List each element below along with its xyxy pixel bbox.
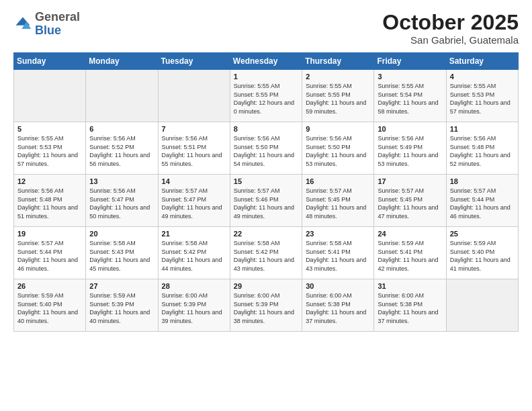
day-info: Sunrise: 5:56 AMSunset: 5:50 PMDaylight:… bbox=[234, 135, 294, 167]
day-number: 4 bbox=[450, 73, 515, 81]
day-number: 7 bbox=[162, 125, 226, 133]
day-number: 25 bbox=[450, 230, 515, 238]
title-block: October 2025 San Gabriel, Guatemala bbox=[382, 11, 519, 46]
table-row: 1 Sunrise: 5:55 AMSunset: 5:55 PMDayligh… bbox=[230, 70, 302, 122]
day-info: Sunrise: 6:00 AMSunset: 5:38 PMDaylight:… bbox=[378, 292, 438, 324]
table-row: 9 Sunrise: 5:56 AMSunset: 5:50 PMDayligh… bbox=[302, 122, 374, 175]
table-row: 20 Sunrise: 5:58 AMSunset: 5:43 PMDaylig… bbox=[86, 227, 158, 279]
day-number: 16 bbox=[306, 177, 370, 185]
logo-general: General bbox=[35, 10, 80, 24]
table-row: 29 Sunrise: 6:00 AMSunset: 5:39 PMDaylig… bbox=[230, 279, 302, 332]
day-info: Sunrise: 5:55 AMSunset: 5:53 PMDaylight:… bbox=[17, 135, 78, 167]
day-number: 21 bbox=[162, 230, 226, 238]
table-row: 2 Sunrise: 5:55 AMSunset: 5:55 PMDayligh… bbox=[302, 70, 374, 122]
day-number: 20 bbox=[89, 230, 154, 238]
day-info: Sunrise: 5:56 AMSunset: 5:49 PMDaylight:… bbox=[378, 135, 438, 167]
day-info: Sunrise: 5:58 AMSunset: 5:42 PMDaylight:… bbox=[162, 240, 222, 272]
logo-icon bbox=[13, 15, 32, 34]
day-number: 29 bbox=[234, 282, 298, 290]
day-info: Sunrise: 5:56 AMSunset: 5:52 PMDaylight:… bbox=[89, 135, 150, 167]
day-info: Sunrise: 5:57 AMSunset: 5:44 PMDaylight:… bbox=[17, 240, 78, 272]
day-number: 24 bbox=[378, 230, 442, 238]
table-row bbox=[446, 279, 518, 332]
day-info: Sunrise: 5:59 AMSunset: 5:41 PMDaylight:… bbox=[378, 240, 438, 272]
col-sunday: Sunday bbox=[14, 53, 86, 70]
calendar-week-2: 5 Sunrise: 5:55 AMSunset: 5:53 PMDayligh… bbox=[14, 122, 519, 175]
header: General Blue October 2025 San Gabriel, G… bbox=[13, 11, 519, 46]
day-number: 19 bbox=[17, 230, 82, 238]
col-wednesday: Wednesday bbox=[230, 53, 302, 70]
day-info: Sunrise: 5:59 AMSunset: 5:39 PMDaylight:… bbox=[89, 292, 150, 324]
table-row: 14 Sunrise: 5:57 AMSunset: 5:47 PMDaylig… bbox=[158, 175, 230, 227]
day-number: 13 bbox=[89, 177, 154, 185]
day-number: 10 bbox=[378, 125, 442, 133]
logo-blue: Blue bbox=[35, 24, 61, 37]
logo: General Blue bbox=[13, 11, 80, 38]
table-row bbox=[158, 70, 230, 122]
day-number: 11 bbox=[450, 125, 515, 133]
day-number: 14 bbox=[162, 177, 226, 185]
month-title: October 2025 bbox=[382, 11, 519, 34]
col-monday: Monday bbox=[86, 53, 158, 70]
day-number: 15 bbox=[234, 177, 298, 185]
day-number: 2 bbox=[306, 73, 370, 81]
day-number: 27 bbox=[89, 282, 154, 290]
day-info: Sunrise: 5:59 AMSunset: 5:40 PMDaylight:… bbox=[450, 240, 511, 272]
day-number: 8 bbox=[234, 125, 298, 133]
table-row: 30 Sunrise: 6:00 AMSunset: 5:38 PMDaylig… bbox=[302, 279, 374, 332]
day-number: 6 bbox=[89, 125, 154, 133]
table-row: 26 Sunrise: 5:59 AMSunset: 5:40 PMDaylig… bbox=[14, 279, 86, 332]
day-info: Sunrise: 5:57 AMSunset: 5:46 PMDaylight:… bbox=[234, 187, 294, 220]
logo-text: General Blue bbox=[35, 11, 80, 38]
table-row: 12 Sunrise: 5:56 AMSunset: 5:48 PMDaylig… bbox=[14, 175, 86, 227]
calendar-table: Sunday Monday Tuesday Wednesday Thursday… bbox=[13, 52, 519, 332]
day-info: Sunrise: 5:56 AMSunset: 5:47 PMDaylight:… bbox=[89, 187, 150, 220]
table-row: 23 Sunrise: 5:58 AMSunset: 5:41 PMDaylig… bbox=[302, 227, 374, 279]
table-row: 31 Sunrise: 6:00 AMSunset: 5:38 PMDaylig… bbox=[374, 279, 446, 332]
calendar-week-1: 1 Sunrise: 5:55 AMSunset: 5:55 PMDayligh… bbox=[14, 70, 519, 122]
table-row bbox=[14, 70, 86, 122]
day-number: 23 bbox=[306, 230, 370, 238]
day-number: 28 bbox=[162, 282, 226, 290]
col-saturday: Saturday bbox=[446, 53, 518, 70]
table-row: 3 Sunrise: 5:55 AMSunset: 5:54 PMDayligh… bbox=[374, 70, 446, 122]
day-info: Sunrise: 6:00 AMSunset: 5:39 PMDaylight:… bbox=[234, 292, 294, 324]
header-row: Sunday Monday Tuesday Wednesday Thursday… bbox=[14, 53, 519, 70]
table-row: 11 Sunrise: 5:56 AMSunset: 5:48 PMDaylig… bbox=[446, 122, 518, 175]
table-row: 10 Sunrise: 5:56 AMSunset: 5:49 PMDaylig… bbox=[374, 122, 446, 175]
day-number: 3 bbox=[378, 73, 442, 81]
table-row: 13 Sunrise: 5:56 AMSunset: 5:47 PMDaylig… bbox=[86, 175, 158, 227]
day-info: Sunrise: 5:57 AMSunset: 5:44 PMDaylight:… bbox=[450, 187, 511, 220]
location: San Gabriel, Guatemala bbox=[382, 34, 519, 46]
table-row bbox=[86, 70, 158, 122]
table-row: 21 Sunrise: 5:58 AMSunset: 5:42 PMDaylig… bbox=[158, 227, 230, 279]
day-info: Sunrise: 5:56 AMSunset: 5:50 PMDaylight:… bbox=[306, 135, 366, 167]
table-row: 28 Sunrise: 6:00 AMSunset: 5:39 PMDaylig… bbox=[158, 279, 230, 332]
day-number: 1 bbox=[234, 73, 298, 81]
day-info: Sunrise: 5:56 AMSunset: 5:51 PMDaylight:… bbox=[162, 135, 222, 167]
table-row: 22 Sunrise: 5:58 AMSunset: 5:42 PMDaylig… bbox=[230, 227, 302, 279]
day-number: 22 bbox=[234, 230, 298, 238]
table-row: 25 Sunrise: 5:59 AMSunset: 5:40 PMDaylig… bbox=[446, 227, 518, 279]
col-friday: Friday bbox=[374, 53, 446, 70]
day-number: 18 bbox=[450, 177, 515, 185]
table-row: 24 Sunrise: 5:59 AMSunset: 5:41 PMDaylig… bbox=[374, 227, 446, 279]
table-row: 8 Sunrise: 5:56 AMSunset: 5:50 PMDayligh… bbox=[230, 122, 302, 175]
day-info: Sunrise: 5:56 AMSunset: 5:48 PMDaylight:… bbox=[17, 187, 78, 220]
day-info: Sunrise: 5:56 AMSunset: 5:48 PMDaylight:… bbox=[450, 135, 511, 167]
table-row: 27 Sunrise: 5:59 AMSunset: 5:39 PMDaylig… bbox=[86, 279, 158, 332]
day-info: Sunrise: 6:00 AMSunset: 5:39 PMDaylight:… bbox=[162, 292, 222, 324]
day-info: Sunrise: 6:00 AMSunset: 5:38 PMDaylight:… bbox=[306, 292, 366, 324]
table-row: 5 Sunrise: 5:55 AMSunset: 5:53 PMDayligh… bbox=[14, 122, 86, 175]
col-tuesday: Tuesday bbox=[158, 53, 230, 70]
calendar-week-4: 19 Sunrise: 5:57 AMSunset: 5:44 PMDaylig… bbox=[14, 227, 519, 279]
day-info: Sunrise: 5:58 AMSunset: 5:43 PMDaylight:… bbox=[89, 240, 150, 272]
day-info: Sunrise: 5:58 AMSunset: 5:41 PMDaylight:… bbox=[306, 240, 366, 272]
table-row: 4 Sunrise: 5:55 AMSunset: 5:53 PMDayligh… bbox=[446, 70, 518, 122]
day-info: Sunrise: 5:55 AMSunset: 5:55 PMDaylight:… bbox=[234, 83, 294, 115]
table-row: 18 Sunrise: 5:57 AMSunset: 5:44 PMDaylig… bbox=[446, 175, 518, 227]
day-number: 31 bbox=[378, 282, 442, 290]
day-info: Sunrise: 5:55 AMSunset: 5:55 PMDaylight:… bbox=[306, 83, 366, 115]
calendar-week-3: 12 Sunrise: 5:56 AMSunset: 5:48 PMDaylig… bbox=[14, 175, 519, 227]
day-info: Sunrise: 5:59 AMSunset: 5:40 PMDaylight:… bbox=[17, 292, 78, 324]
